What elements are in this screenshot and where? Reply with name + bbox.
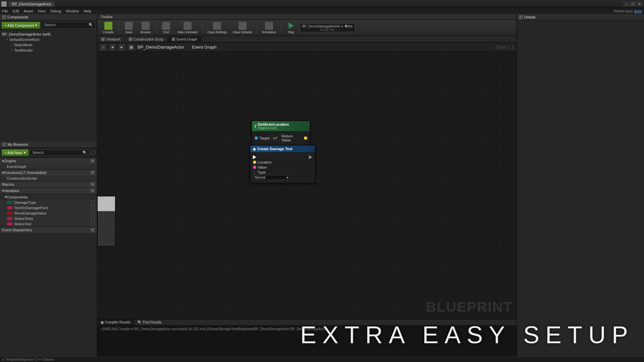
variable-item[interactable]: StatusTexts xyxy=(0,216,97,221)
components-panel-header: Components xyxy=(0,14,97,20)
menu-asset[interactable]: Asset xyxy=(24,9,33,13)
nav-back-button[interactable]: ◄ xyxy=(109,44,115,50)
main-toolbar: Compile Save Browse Find Hide Unrelated … xyxy=(97,20,517,36)
browse-button[interactable]: Browse xyxy=(138,21,154,35)
pin-return-value[interactable]: Return Value xyxy=(282,134,307,142)
window-tab[interactable]: BP_DemoDamageActor xyxy=(9,1,55,7)
node-title: Create Damage Text xyxy=(257,147,292,151)
eye-icon[interactable] xyxy=(91,211,95,215)
add-variable-button[interactable]: + xyxy=(90,188,95,193)
add-dispatcher-button[interactable]: + xyxy=(90,228,95,232)
menu-debug[interactable]: Debug xyxy=(50,9,61,13)
details-icon xyxy=(519,15,523,19)
nav-forward-button[interactable]: ► xyxy=(119,44,125,50)
category-components-sub[interactable]: ▾ Components xyxy=(0,194,97,200)
pin-location[interactable]: Location xyxy=(253,160,272,164)
add-macro-button[interactable]: + xyxy=(90,182,95,187)
event-graph-canvas[interactable]: ƒ GetActorLocation Target is Actor Targe… xyxy=(97,52,517,319)
menu-file[interactable]: File xyxy=(2,9,8,13)
parent-class-label: Parent class: Actor xyxy=(614,9,642,13)
category-macros[interactable]: Macros+ xyxy=(0,181,97,187)
node-createdamagetext[interactable]: ◉ Create Damage Text Location Value Type… xyxy=(250,145,315,183)
add-graph-button[interactable]: + xyxy=(90,159,95,163)
maximize-button[interactable]: ☐ xyxy=(630,2,636,6)
ue-logo-icon xyxy=(1,1,7,7)
pin-exec-in[interactable] xyxy=(253,155,256,159)
breadcrumb-graph[interactable]: Event Graph xyxy=(192,45,216,50)
minimize-button[interactable]: – xyxy=(623,2,629,6)
function-item[interactable]: ConstructionScript xyxy=(0,176,97,181)
variable-item[interactable]: TextOnDamagePoint xyxy=(0,205,97,210)
menu-edit[interactable]: Edit xyxy=(13,9,19,13)
class-defaults-button[interactable]: Class Defaults xyxy=(230,21,255,35)
eye-icon[interactable] xyxy=(91,217,95,221)
tab-find-results[interactable]: 🔍Find Results xyxy=(134,319,165,325)
play-button[interactable]: Play xyxy=(283,21,299,35)
window-controls: – ☐ ✕ xyxy=(623,2,643,6)
chevron-right-icon: › xyxy=(187,45,189,49)
pin-exec-out[interactable] xyxy=(309,155,312,159)
component-item[interactable]: StaticMesh xyxy=(2,42,95,48)
tab-compiler-results[interactable]: ▣Compiler Results xyxy=(97,319,134,325)
graph-item[interactable]: EventGraph xyxy=(0,164,97,169)
parent-class-link[interactable]: Actor xyxy=(634,9,642,13)
menu-bar: File Edit Asset View Debug Window Help P… xyxy=(0,8,644,14)
node-title: GetActorLocation xyxy=(258,122,289,126)
variable-item[interactable]: StatusText xyxy=(0,221,97,227)
pin-value[interactable]: Value xyxy=(253,165,267,169)
class-settings-button[interactable]: Class Settings xyxy=(205,21,229,35)
component-root[interactable]: BP_DemoDamageActor (self) xyxy=(2,32,95,37)
eye-icon[interactable] xyxy=(91,206,95,210)
breadcrumb-asset[interactable]: BP_DemoDamageActor xyxy=(138,45,184,50)
eye-icon[interactable] xyxy=(91,200,95,204)
save-button[interactable]: Save xyxy=(121,21,137,35)
component-item[interactable]: TextRender xyxy=(2,48,95,53)
category-variables[interactable]: ▾ Variables+ xyxy=(0,187,97,194)
breadcrumb-bar: ☆ ◄ ► ▦ BP_DemoDamageActor › Event Graph… xyxy=(97,43,517,52)
components-icon xyxy=(2,15,6,19)
components-search-input[interactable]: Search🔍 xyxy=(42,22,96,29)
find-button[interactable]: Find xyxy=(158,21,174,35)
close-button[interactable]: ✕ xyxy=(637,2,643,6)
category-functions[interactable]: ▾ Functions(17 Overridable)+ xyxy=(0,169,97,176)
myblueprint-search-input[interactable]: Search🔍 xyxy=(30,149,90,156)
hide-unrelated-button[interactable]: Hide Unrelated xyxy=(175,21,200,35)
category-dispatchers[interactable]: Event Dispatchers+ xyxy=(0,227,97,233)
compile-button[interactable]: Compile xyxy=(100,21,116,35)
pin-target[interactable]: Targetself xyxy=(255,136,279,140)
search-icon: 🔍 xyxy=(89,23,93,27)
component-item[interactable]: DefaultSceneRoot xyxy=(2,37,95,42)
viewport-thumbnail xyxy=(97,196,115,246)
menu-view[interactable]: View xyxy=(38,9,46,13)
zoom-indicator: Zoom 1:1 xyxy=(495,45,514,50)
tab-event-graph[interactable]: Event Graph xyxy=(168,37,202,42)
eye-icon[interactable] xyxy=(91,222,95,226)
window-titlebar: BP_DemoDamageActor – ☐ ✕ xyxy=(0,0,644,8)
add-component-button[interactable]: + Add Component▾ xyxy=(1,22,40,29)
status-bar: ▸ TemplateSequence C++ Classes xyxy=(0,357,644,362)
node-subtitle: Target is Actor xyxy=(258,126,289,130)
tab-viewport[interactable]: Viewport xyxy=(97,37,125,42)
type-dropdown[interactable]: Normal▾ xyxy=(253,175,290,180)
menu-window[interactable]: Window xyxy=(66,9,79,13)
variable-item[interactable]: ShowDamageValue xyxy=(0,210,97,216)
tab-construction-script[interactable]: Construction Scrip xyxy=(125,37,168,42)
variable-item[interactable]: DamageType xyxy=(0,200,97,205)
details-panel-header: Details xyxy=(517,14,644,20)
search-icon: 🔍 xyxy=(83,150,87,155)
node-getactorlocation[interactable]: ƒ GetActorLocation Target is Actor Targe… xyxy=(252,121,310,145)
add-function-button[interactable]: + xyxy=(90,170,95,175)
category-graphs[interactable]: ▾ Graphs+ xyxy=(0,158,97,164)
menu-help[interactable]: Help xyxy=(84,9,91,13)
favorite-button[interactable]: ☆ xyxy=(100,44,106,50)
simulation-button[interactable]: Simulation xyxy=(259,21,279,35)
graph-wires xyxy=(97,52,198,102)
pin-type[interactable]: Type xyxy=(253,170,266,174)
blueprint-watermark: BLUEPRINT xyxy=(426,299,513,315)
toolbar-panel-header: Toolbar xyxy=(97,14,517,20)
debug-filter-combo[interactable]: BP_DemoDamageActor4 ▾ �the Debug Filter xyxy=(300,23,355,32)
add-new-button[interactable]: + Add New▾ xyxy=(1,149,29,156)
visibility-toggle-icon[interactable] xyxy=(91,150,96,155)
graph-menu-icon[interactable]: ▦ xyxy=(128,44,134,50)
myblueprint-panel-header: My Blueprint xyxy=(0,141,97,148)
